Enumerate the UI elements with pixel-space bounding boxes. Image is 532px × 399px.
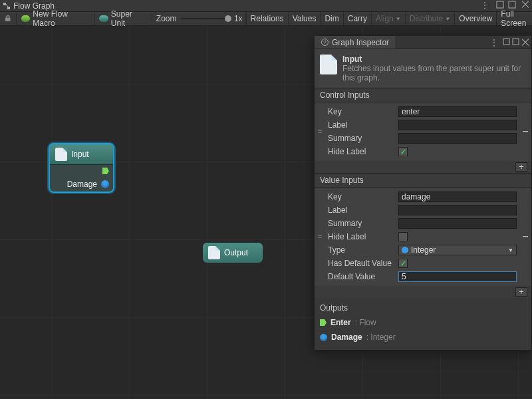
inspector-tab[interactable]: Graph Inspector bbox=[315, 36, 396, 49]
graph-icon bbox=[3, 2, 11, 10]
graph-inspector-panel: Graph Inspector ⋮ Input Fetches input va… bbox=[315, 36, 531, 350]
node-title-text: Output bbox=[224, 248, 248, 257]
document-icon bbox=[208, 246, 220, 259]
menu-distribute[interactable]: Distribute▼ bbox=[405, 12, 455, 25]
node-title-bar[interactable]: Input bbox=[50, 144, 113, 164]
value-label-input[interactable] bbox=[398, 205, 517, 215]
super-unit-label: Super Unit bbox=[111, 9, 147, 28]
caret-icon: ▼ bbox=[396, 16, 401, 22]
control-hidelabel-checkbox[interactable] bbox=[398, 147, 408, 156]
menu-align[interactable]: Align▼ bbox=[371, 12, 405, 25]
separator bbox=[152, 13, 152, 25]
menu-fullscreen[interactable]: Full Screen bbox=[496, 12, 532, 25]
inspector-tabbar: Graph Inspector ⋮ bbox=[315, 36, 531, 49]
node-title-text: Input bbox=[71, 150, 89, 159]
graph-canvas[interactable]: Input Damage Output Graph Inspector bbox=[0, 26, 532, 399]
node-input[interactable]: Input Damage bbox=[50, 144, 113, 192]
drag-handle-icon[interactable]: = bbox=[315, 188, 325, 286]
drag-handle-icon[interactable]: = bbox=[315, 102, 325, 161]
type-dropdown[interactable]: Integer▼ bbox=[398, 245, 517, 255]
value-hidelabel-checkbox[interactable] bbox=[398, 232, 408, 241]
type-label: Type bbox=[325, 245, 398, 255]
output-name: Enter bbox=[331, 318, 351, 327]
defaultvalue-label: Default Value bbox=[325, 272, 398, 281]
outputs-section: Outputs Enter : Flow Damage : Integer bbox=[315, 298, 531, 350]
type-value: Integer bbox=[411, 245, 436, 255]
panel-max-button[interactable] bbox=[512, 38, 519, 47]
zoom-slider[interactable] bbox=[181, 18, 231, 19]
svg-rect-6 bbox=[513, 39, 519, 45]
value-key-input[interactable] bbox=[398, 192, 517, 202]
info-icon bbox=[321, 39, 329, 46]
menu-relations[interactable]: Relations bbox=[246, 12, 288, 25]
remove-value-input-button[interactable]: − bbox=[519, 188, 531, 286]
window-menu-icon[interactable]: ⋮ bbox=[481, 1, 489, 11]
value-port-icon bbox=[101, 180, 109, 188]
node-output[interactable]: Output bbox=[203, 243, 263, 263]
document-icon bbox=[55, 148, 67, 161]
menu-overview[interactable]: Overview bbox=[454, 12, 496, 25]
svg-rect-4 bbox=[509, 1, 515, 8]
hasdefault-checkbox[interactable] bbox=[398, 259, 408, 268]
value-port-icon bbox=[320, 334, 327, 341]
svg-rect-3 bbox=[497, 1, 503, 8]
panel-dock-button[interactable] bbox=[503, 38, 510, 47]
add-control-input-button[interactable]: + bbox=[515, 162, 527, 172]
key-label: Key bbox=[325, 192, 398, 201]
hidelabel-label: Hide Label bbox=[325, 232, 398, 241]
hasdefault-label: Has Default Value bbox=[325, 259, 398, 268]
menu-carry[interactable]: Carry bbox=[343, 12, 371, 25]
label-label: Label bbox=[325, 120, 398, 130]
svg-rect-5 bbox=[503, 39, 509, 45]
integer-type-icon bbox=[402, 247, 408, 253]
menu-dim[interactable]: Dim bbox=[320, 12, 342, 25]
inspector-title: Input bbox=[342, 55, 526, 64]
document-icon bbox=[320, 55, 337, 74]
macro-icon bbox=[21, 15, 30, 22]
defaultvalue-input[interactable] bbox=[398, 271, 517, 282]
toolbar: 🔒︎ New Flow Macro Super Unit Zoom 1x Rel… bbox=[0, 12, 532, 26]
caret-icon: ▼ bbox=[445, 16, 450, 22]
control-summary-input[interactable] bbox=[398, 133, 517, 144]
remove-control-input-button[interactable]: − bbox=[519, 102, 531, 161]
new-flow-macro-label: New Flow Macro bbox=[33, 9, 89, 28]
inspector-header: Input Fetches input values from the pare… bbox=[315, 49, 531, 88]
add-value-input-button[interactable]: + bbox=[515, 287, 527, 297]
value-summary-input[interactable] bbox=[398, 218, 517, 229]
control-label-input[interactable] bbox=[398, 120, 517, 130]
node-title-bar[interactable]: Output bbox=[203, 243, 263, 263]
hidelabel-label: Hide Label bbox=[325, 147, 398, 156]
panel-close-button[interactable] bbox=[521, 39, 529, 47]
summary-label: Summary bbox=[325, 219, 398, 228]
port-row-damage: Damage bbox=[50, 177, 113, 192]
inspector-description: Fetches input values from the parent sup… bbox=[342, 64, 526, 82]
key-label: Key bbox=[325, 107, 398, 116]
output-type: : Integer bbox=[366, 332, 396, 342]
superunit-icon bbox=[99, 15, 108, 22]
slider-handle[interactable] bbox=[225, 15, 231, 22]
port-label: Damage bbox=[67, 180, 97, 189]
menu-values[interactable]: Values bbox=[288, 12, 321, 25]
panel-menu-icon[interactable]: ⋮ bbox=[490, 38, 499, 47]
flow-arrow-icon bbox=[102, 168, 109, 174]
close-button[interactable] bbox=[521, 1, 529, 9]
section-control-inputs: Control Inputs bbox=[315, 88, 531, 102]
output-type: : Flow bbox=[355, 318, 376, 327]
control-key-input[interactable] bbox=[398, 106, 517, 117]
flow-arrow-icon bbox=[320, 319, 327, 326]
output-name: Damage bbox=[331, 332, 362, 342]
zoom-label: Zoom bbox=[156, 14, 177, 23]
port-row-flow bbox=[50, 165, 113, 177]
svg-rect-0 bbox=[3, 3, 6, 5]
section-value-inputs: Value Inputs bbox=[315, 173, 531, 188]
lock-icon[interactable]: 🔒︎ bbox=[0, 14, 16, 23]
super-unit-button[interactable]: Super Unit bbox=[94, 12, 151, 25]
new-flow-macro-button[interactable]: New Flow Macro bbox=[17, 12, 94, 25]
output-damage: Damage : Integer bbox=[320, 330, 526, 344]
caret-icon: ▼ bbox=[508, 247, 513, 253]
zoom-value: 1x bbox=[234, 14, 243, 23]
summary-label: Summary bbox=[325, 134, 398, 143]
output-enter: Enter : Flow bbox=[320, 315, 526, 330]
inspector-tab-label: Graph Inspector bbox=[332, 38, 389, 47]
label-label: Label bbox=[325, 205, 398, 215]
